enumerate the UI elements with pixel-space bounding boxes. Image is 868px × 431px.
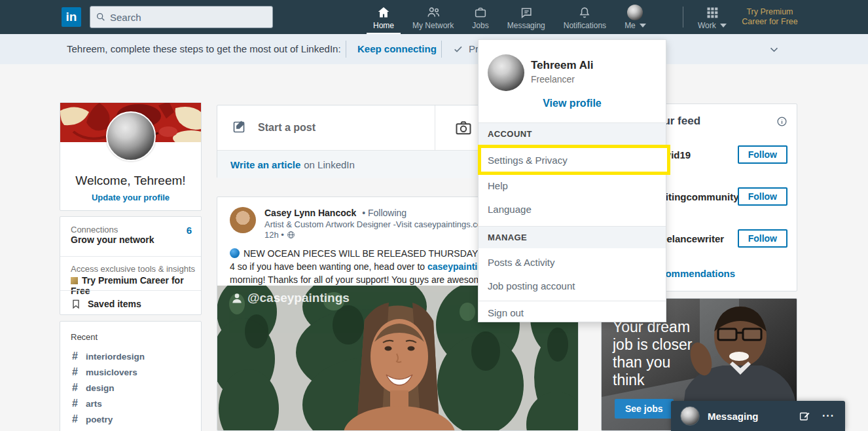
recent-hashtag-row[interactable]: #musiclovers	[72, 366, 137, 378]
sign-out-menu-item[interactable]: Sign out	[479, 303, 666, 322]
chevron-down-icon	[720, 24, 727, 28]
blue-circle-emoji	[230, 248, 240, 258]
posts-activity-menu-item[interactable]: Posts & Activity	[479, 253, 666, 271]
info-icon[interactable]	[776, 116, 787, 127]
nav-jobs[interactable]: Jobs	[463, 0, 497, 34]
nav-notifications[interactable]: Notifications	[554, 0, 615, 34]
premium-upsell-row[interactable]: Access exclusive tools & insights Try Pr…	[71, 264, 201, 296]
premium-caption: Access exclusive tools & insights	[71, 264, 201, 274]
menu-user-headline: Freelancer	[531, 74, 575, 84]
onboarding-banner: Tehreem, complete these steps to get the…	[0, 34, 868, 64]
nav-me-label: Me	[624, 21, 636, 30]
image-watermark: @caseypaintings	[230, 291, 350, 305]
messaging-icon	[519, 5, 533, 20]
banner-separator	[346, 41, 346, 58]
divider	[435, 105, 435, 150]
hash-icon: #	[72, 366, 78, 378]
top-nav: in Home My Network Jobs Messaging	[0, 0, 868, 34]
follow-button[interactable]: Follow	[738, 145, 787, 164]
profile-stats-card: Connections Grow your network 6 Access e…	[60, 216, 202, 315]
jobs-icon	[473, 5, 488, 20]
nav-work-label: Work	[698, 21, 716, 30]
account-section-header: ACCOUNT	[479, 122, 666, 145]
nav-items: Home My Network Jobs Messaging Notificat…	[364, 0, 655, 34]
search-input[interactable]	[110, 12, 267, 23]
saved-items-row[interactable]: Saved items	[71, 298, 141, 310]
nav-my-network[interactable]: My Network	[403, 0, 463, 34]
banner-collapse-chevron-icon[interactable]	[769, 44, 780, 55]
post-author-avatar[interactable]	[230, 207, 256, 233]
nav-messaging[interactable]: Messaging	[498, 0, 554, 34]
recent-hashtag-row[interactable]: #arts	[72, 398, 102, 409]
post-author-name[interactable]: Casey Lynn Hancock	[264, 208, 356, 218]
banner-separator	[441, 41, 442, 58]
premium-gold-icon	[71, 277, 78, 284]
active-tab-underline	[367, 33, 401, 34]
recent-hashtag-row[interactable]: #interiordesign	[72, 350, 145, 362]
recent-hashtag-row[interactable]: #design	[72, 382, 114, 394]
hash-icon: #	[72, 413, 78, 425]
grow-network-label: Grow your network	[71, 234, 154, 245]
premium-cta-label: Try Premium Career for Free	[71, 275, 184, 296]
nav-my-network-label: My Network	[412, 21, 454, 30]
profile-avatar[interactable]	[106, 111, 156, 161]
nav-notifications-label: Notifications	[564, 21, 606, 30]
person-icon	[230, 291, 244, 305]
nav-home-label: Home	[373, 21, 394, 30]
me-avatar	[627, 5, 643, 20]
work-grid-icon	[706, 5, 719, 20]
recent-hashtag-row[interactable]: #poetry	[72, 413, 113, 425]
bookmark-icon	[71, 298, 81, 310]
nav-me[interactable]: Me	[615, 0, 655, 34]
me-dropdown-menu: Tehreem Ali Freelancer View profile ACCO…	[478, 39, 666, 322]
nav-home[interactable]: Home	[364, 0, 403, 34]
premium-line1: Try Premium	[732, 7, 808, 17]
settings-privacy-menu-item[interactable]: Settings & Privacy	[478, 145, 670, 175]
ad-headline: Your dream job is closer than you think	[613, 318, 692, 389]
follow-button[interactable]: Follow	[738, 187, 787, 206]
nav-try-premium[interactable]: Try Premium Career for Free	[732, 7, 808, 27]
help-menu-item[interactable]: Help	[479, 176, 666, 195]
nav-jobs-label: Jobs	[472, 21, 488, 30]
start-post-label: Start a post	[258, 122, 316, 134]
language-menu-item[interactable]: Language	[479, 200, 666, 218]
home-icon	[376, 5, 391, 20]
divider	[60, 290, 201, 291]
hash-icon: #	[72, 350, 78, 362]
compose-message-icon[interactable]	[799, 410, 810, 422]
keep-connecting-link[interactable]: Keep connecting	[357, 43, 437, 54]
notifications-icon	[577, 5, 592, 20]
chevron-down-icon	[640, 24, 646, 28]
write-article-link[interactable]: Write an article	[230, 159, 300, 170]
messaging-dock-bar[interactable]: Messaging ···	[671, 401, 845, 431]
banner-message: Tehreem, complete these steps to get the…	[67, 43, 341, 54]
post-following-badge: • Following	[362, 208, 407, 218]
see-jobs-button[interactable]: See jobs	[615, 399, 674, 419]
job-posting-menu-item[interactable]: Job posting account	[479, 276, 666, 295]
search-box[interactable]	[90, 6, 273, 28]
manage-section-header: MANAGE	[479, 226, 666, 248]
post-author-headline: Artist & Custom Artwork Designer -Visit …	[264, 219, 494, 229]
linkedin-logo[interactable]: in	[62, 7, 81, 27]
messaging-title: Messaging	[708, 411, 799, 422]
linkedin-home-page: in Home My Network Jobs Messaging	[0, 0, 868, 431]
saved-items-label: Saved items	[88, 299, 141, 309]
profile-card: Welcome, Tehreem! Update your profile	[60, 102, 202, 211]
globe-icon	[287, 231, 295, 239]
connections-count: 6	[187, 225, 192, 245]
menu-user-name: Tehreem Ali	[531, 59, 593, 72]
recent-title: Recent	[71, 332, 98, 342]
connections-row[interactable]: Connections Grow your network 6	[71, 225, 192, 245]
nav-work[interactable]: Work	[689, 0, 736, 34]
edit-pencil-icon	[232, 119, 247, 137]
update-profile-link[interactable]: Update your profile	[60, 193, 201, 202]
messaging-overflow-icon[interactable]: ···	[822, 410, 835, 422]
search-icon	[96, 12, 106, 22]
camera-icon[interactable]	[454, 119, 473, 137]
follow-button[interactable]: Follow	[738, 229, 787, 248]
menu-avatar[interactable]	[488, 54, 524, 91]
recent-card: Recent #interiordesign #musiclovers #des…	[60, 321, 202, 431]
welcome-heading: Welcome, Tehreem!	[60, 174, 201, 188]
view-profile-link[interactable]: View profile	[479, 98, 666, 109]
my-network-icon	[425, 5, 441, 20]
